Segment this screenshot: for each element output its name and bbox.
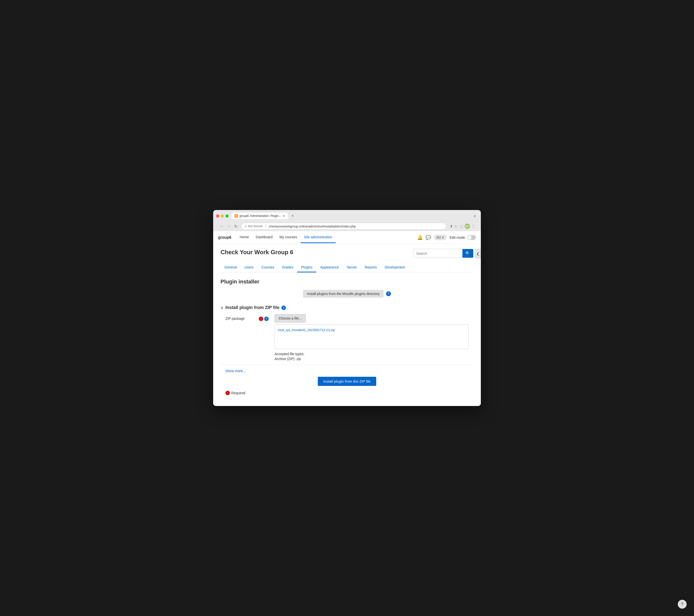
- edit-mode-label: Edit mode: [450, 236, 465, 239]
- tab-reports[interactable]: Reports: [361, 263, 381, 272]
- browser-titlebar: M group6: Administration: Plugin... ✕ + …: [216, 213, 478, 219]
- user-dropdown-icon: ∨: [442, 236, 444, 239]
- required-note-text: Required: [231, 391, 245, 395]
- zip-form-row: ZIP package ! ? Choose a file... mod_vpl…: [221, 314, 473, 361]
- directory-help-icon[interactable]: ?: [386, 291, 391, 296]
- address-bar[interactable]: ⚠ Not Secure | checkyourworkgroup.online…: [241, 223, 446, 230]
- required-note-icon: !: [225, 391, 230, 395]
- traffic-lights: [216, 214, 229, 218]
- notifications-icon[interactable]: 🔔: [417, 235, 423, 240]
- zip-required-icon: !: [259, 316, 263, 321]
- topnav-links: Home Dashboard My courses Site administr…: [236, 232, 336, 243]
- zip-section-header: ∨ Install plugin from ZIP file ?: [221, 305, 473, 310]
- tab-courses[interactable]: Courses: [257, 263, 278, 272]
- file-link[interactable]: mod_vpl_moodle42_2023061712 (1).zip: [278, 328, 335, 332]
- share-icon[interactable]: ⬆: [450, 224, 453, 228]
- browser-toolbar-row: ← → ↻ ⚠ Not Secure | checkyourworkgroup.…: [216, 221, 478, 231]
- admin-tabs: General Users Courses Grades Plugins App…: [221, 263, 473, 273]
- section-divider: [221, 365, 473, 365]
- install-button-container: Install plugin from the ZIP file: [221, 377, 473, 386]
- split-view-icon[interactable]: ⬜: [459, 224, 463, 228]
- active-tab[interactable]: M group6: Administration: Plugin... ✕: [232, 213, 288, 219]
- nav-buttons: ← → ↻: [219, 223, 239, 229]
- accepted-files-label: Accepted file types:: [275, 352, 469, 356]
- topnav-dashboard[interactable]: Dashboard: [253, 232, 276, 243]
- tab-plugins[interactable]: Plugins: [297, 263, 316, 272]
- edit-mode-toggle[interactable]: [467, 235, 476, 240]
- moodle-topnav: group6 Home Dashboard My courses Site ad…: [213, 231, 481, 244]
- tab-general[interactable]: General: [221, 263, 241, 272]
- messages-icon[interactable]: 💬: [425, 235, 431, 240]
- zip-section-title: Install plugin from ZIP file: [225, 305, 279, 310]
- refresh-button[interactable]: ↻: [233, 223, 239, 229]
- zip-collapse-icon[interactable]: ∨: [221, 305, 223, 310]
- search-button[interactable]: 🔍: [462, 249, 473, 258]
- topnav-mycourses[interactable]: My courses: [276, 232, 300, 243]
- page-title: Check Your Work Group 6: [221, 249, 293, 256]
- browser-tabs: M group6: Administration: Plugin... ✕ + …: [232, 213, 478, 219]
- tab-grades[interactable]: Grades: [278, 263, 297, 272]
- install-zip-button[interactable]: Install plugin from the ZIP file: [318, 377, 376, 386]
- required-note: ! Required: [221, 391, 473, 395]
- traffic-light-green[interactable]: [225, 214, 229, 218]
- forward-button[interactable]: →: [226, 223, 232, 229]
- edit-mode-container: Edit mode: [450, 235, 476, 240]
- profile-icon[interactable]: AU: [464, 223, 470, 229]
- address-text: checkyourworkgroup.online/admin/tool/ins…: [269, 224, 443, 228]
- tab-users[interactable]: Users: [241, 263, 258, 272]
- zip-form-control: Choose a file... mod_vpl_moodle42_202306…: [275, 314, 469, 361]
- site-logo[interactable]: group6: [218, 235, 231, 240]
- menu-icon[interactable]: ⋮: [472, 224, 475, 228]
- section-title: Plugin installer: [221, 278, 473, 285]
- show-more-link[interactable]: Show more...: [221, 369, 473, 373]
- topnav-siteadmin[interactable]: Site administration: [300, 232, 336, 243]
- search-input[interactable]: [413, 250, 462, 257]
- page-header: Check Your Work Group 6 🔍: [221, 249, 473, 258]
- main-content-area: ❮ Check Your Work Group 6 🔍 General User…: [213, 244, 481, 406]
- zip-form-label: ZIP package: [225, 314, 255, 321]
- traffic-light-yellow[interactable]: [221, 214, 224, 218]
- tab-favicon: M: [235, 214, 238, 218]
- accepted-files-value: Archive (ZIP) .zip: [275, 357, 469, 361]
- traffic-light-red[interactable]: [216, 214, 219, 218]
- topnav-home[interactable]: Home: [236, 232, 252, 243]
- zip-section: ∨ Install plugin from ZIP file ? ZIP pac…: [221, 305, 473, 395]
- tab-appearance[interactable]: Appearance: [316, 263, 343, 272]
- tab-title: group6: Administration: Plugin...: [239, 214, 281, 218]
- bookmark-icon[interactable]: ☆: [454, 224, 457, 228]
- sidebar-toggle[interactable]: ❮: [475, 249, 481, 259]
- tab-collapse-button[interactable]: ∨: [472, 213, 478, 219]
- search-box: 🔍: [413, 249, 473, 258]
- page-content: group6 Home Dashboard My courses Site ad…: [213, 231, 481, 406]
- tab-server[interactable]: Server: [343, 263, 361, 272]
- help-float-button[interactable]: ?: [678, 600, 687, 609]
- not-secure-label: Not Secure: [248, 224, 263, 228]
- browser-window: M group6: Administration: Plugin... ✕ + …: [213, 210, 481, 406]
- not-secure-indicator: ⚠ Not Secure: [244, 224, 263, 228]
- topnav-right: 🔔 💬 AU ∨ Edit mode: [417, 235, 476, 240]
- browser-chrome: M group6: Administration: Plugin... ✕ + …: [213, 210, 481, 231]
- install-directory-button[interactable]: Install plugins from the Moodle plugins …: [303, 290, 384, 298]
- user-badge[interactable]: AU ∨: [434, 235, 447, 240]
- new-tab-button[interactable]: +: [289, 213, 296, 219]
- file-dropzone[interactable]: mod_vpl_moodle42_2023061712 (1).zip: [275, 324, 469, 349]
- install-directory-row: Install plugins from the Moodle plugins …: [221, 290, 473, 298]
- tab-close-button[interactable]: ✕: [282, 214, 285, 218]
- choose-file-button[interactable]: Choose a file...: [275, 314, 306, 323]
- not-secure-icon: ⚠: [244, 224, 247, 228]
- zip-help-icon[interactable]: ?: [281, 306, 286, 310]
- zip-form-icons: ! ?: [259, 314, 269, 321]
- address-bar-icons: ⬆ ☆ ⬜ AU ⋮: [450, 223, 475, 229]
- tab-development[interactable]: Development: [381, 263, 409, 272]
- zip-info-icon[interactable]: ?: [264, 316, 269, 321]
- user-initials: AU: [436, 236, 441, 239]
- back-button[interactable]: ←: [219, 223, 225, 229]
